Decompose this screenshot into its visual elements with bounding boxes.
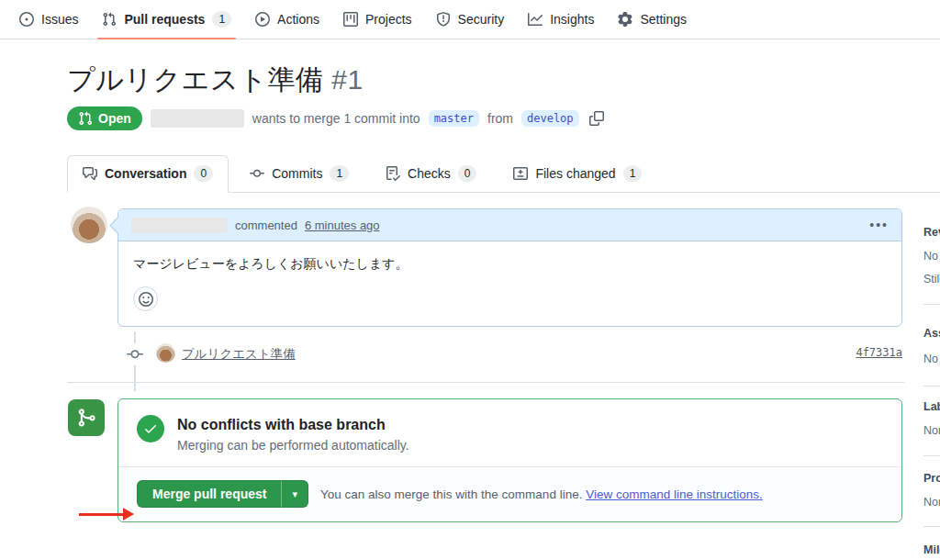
command-line-hint: You can also merge this with the command…	[320, 487, 763, 501]
checklist-icon	[386, 166, 400, 181]
git-pull-request-icon	[78, 111, 93, 126]
pr-tabs: Conversation 0 Commits 1 Checks 0 Files …	[67, 154, 940, 193]
tab-files-changed[interactable]: Files changed 1	[498, 155, 657, 193]
tab-count: 0	[458, 165, 477, 182]
avatar[interactable]	[71, 207, 107, 243]
git-commit-icon	[250, 166, 264, 181]
git-commit-icon	[122, 343, 148, 365]
nav-item-pull-requests[interactable]: Pull requests 1	[90, 0, 243, 39]
tab-label: Files changed	[535, 166, 615, 181]
smiley-icon	[139, 292, 153, 307]
comment-text: マージレビューをよろしくお願いいたします。	[133, 256, 887, 273]
merge-status-box: No conflicts with base branch Merging ca…	[118, 398, 902, 522]
merge-button-group: Merge pull request ▾	[137, 480, 308, 508]
nav-item-settings[interactable]: Settings	[606, 0, 699, 39]
sidebar-reviewers-value: No reviews	[923, 250, 940, 263]
repo-nav: Issues Pull requests 1 Actions Projects …	[0, 0, 940, 39]
pr-title: プルリクエスト準備 #1	[67, 62, 902, 97]
sidebar-reviewers-title[interactable]: Reviewers	[923, 226, 940, 239]
pr-status-badge: Open	[67, 106, 142, 130]
merge-status-text: No conflicts with base branch Merging ca…	[177, 415, 409, 453]
sidebar-assignees-title[interactable]: Assignees	[923, 327, 940, 340]
comment-discussion-icon	[83, 166, 97, 181]
merge-pull-request-button[interactable]: Merge pull request	[137, 480, 281, 508]
sidebar-still-in-progress: Still in progress? Convert to draft	[923, 273, 940, 286]
tab-count: 0	[194, 165, 213, 182]
nav-label: Settings	[640, 12, 687, 27]
comment-body: マージレビューをよろしくお願いいたします。	[118, 241, 901, 326]
timestamp-link[interactable]: 6 minutes ago	[305, 218, 380, 232]
merge-status: No conflicts with base branch Merging ca…	[118, 399, 901, 466]
sidebar-divider	[923, 386, 940, 386]
file-diff-icon	[513, 166, 528, 181]
head-branch-label[interactable]: develop	[521, 110, 579, 127]
command-line-text: You can also merge this with the command…	[320, 487, 582, 501]
pr-meta-row: Open wants to merge 1 commit into master…	[67, 106, 902, 130]
sidebar-labels-value: None yet	[923, 424, 940, 437]
merge-section: No conflicts with base branch Merging ca…	[67, 398, 902, 522]
nav-item-security[interactable]: Security	[424, 0, 517, 39]
sidebar-assignees-value: No one assigned	[923, 353, 940, 365]
redacted-username	[151, 109, 244, 128]
tab-commits[interactable]: Commits 1	[234, 155, 364, 193]
nav-label: Security	[458, 12, 505, 27]
conversation-timeline: commented 6 minutes ago ••• マージレビューをよろしく…	[67, 208, 902, 383]
nav-item-issues[interactable]: Issues	[7, 0, 90, 39]
nav-item-insights[interactable]: Insights	[516, 0, 606, 39]
sidebar-projects-value: None yet	[923, 496, 940, 509]
commit-message-link[interactable]: プルリクエスト準備	[182, 346, 296, 363]
base-branch-label[interactable]: master	[429, 110, 479, 127]
nav-label: Pull requests	[124, 12, 205, 27]
merge-actions: Merge pull request ▾ You can also merge …	[118, 466, 901, 521]
copy-icon[interactable]	[589, 111, 604, 126]
tab-count: 1	[623, 165, 643, 182]
check-icon	[137, 415, 164, 442]
sidebar-projects-title[interactable]: Projects	[923, 472, 940, 485]
nav-label: Projects	[365, 12, 412, 27]
merge-status-title: No conflicts with base branch	[177, 415, 409, 435]
timeline-divider	[67, 382, 904, 383]
project-icon	[343, 12, 358, 27]
play-icon	[255, 12, 270, 27]
redacted-username	[131, 218, 228, 233]
git-merge-icon	[68, 399, 105, 436]
sidebar-milestone-title[interactable]: Milestone	[923, 543, 940, 556]
nav-item-actions[interactable]: Actions	[243, 0, 331, 39]
tab-checks[interactable]: Checks 0	[370, 155, 492, 193]
sidebar-divider	[923, 526, 940, 527]
tab-label: Commits	[272, 166, 322, 181]
kebab-menu-icon[interactable]: •••	[869, 220, 889, 230]
github-pr-page: Issues Pull requests 1 Actions Projects …	[0, 0, 940, 560]
git-pull-request-icon	[102, 12, 117, 27]
annotation-arrow	[79, 513, 123, 516]
commit-sha-link[interactable]: 4f7331a	[856, 346, 902, 359]
chevron-down-icon: ▾	[292, 488, 297, 499]
comment-header: commented 6 minutes ago •••	[118, 209, 901, 241]
graph-icon	[528, 12, 543, 27]
pr-meta-text: from	[487, 111, 513, 126]
command-line-instructions-link[interactable]: View command line instructions.	[586, 487, 763, 501]
pr-meta-text: wants to merge 1 commit into	[252, 111, 420, 126]
sidebar-labels-title[interactable]: Labels	[923, 400, 940, 413]
add-reaction-button[interactable]	[133, 286, 158, 311]
pr-status-label: Open	[98, 111, 131, 126]
nav-label: Insights	[550, 12, 594, 27]
sidebar-divider	[923, 304, 940, 305]
nav-label: Actions	[277, 12, 319, 27]
tab-label: Conversation	[105, 166, 186, 181]
nav-item-projects[interactable]: Projects	[331, 0, 424, 39]
merge-status-desc: Merging can be performed automatically.	[177, 438, 409, 453]
comment-card: commented 6 minutes ago ••• マージレビューをよろしく…	[118, 208, 902, 327]
tab-label: Checks	[408, 166, 451, 181]
commit-author-avatar[interactable]	[156, 343, 175, 363]
issue-opened-icon	[19, 12, 34, 27]
pr-number: #1	[331, 64, 363, 95]
tab-count: 1	[330, 165, 349, 182]
tab-conversation[interactable]: Conversation 0	[67, 155, 229, 193]
gear-icon	[618, 12, 632, 27]
pr-title-text: プルリクエスト準備	[67, 64, 323, 95]
merge-options-caret-button[interactable]: ▾	[281, 480, 308, 508]
pull-requests-count-badge: 1	[212, 11, 231, 28]
sidebar-divider	[923, 455, 940, 456]
timeline-commit-row: プルリクエスト準備 4f7331a	[67, 342, 902, 369]
